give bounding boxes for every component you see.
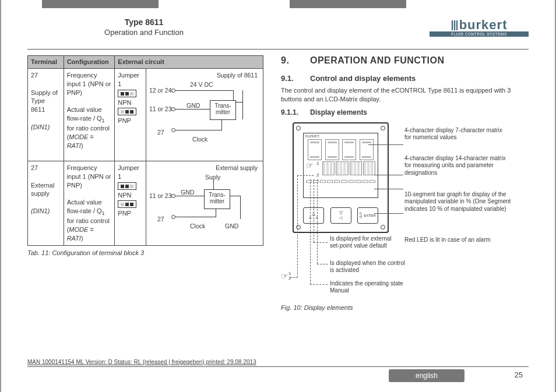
fourteen-seg-char: [336, 161, 348, 175]
chapter-name: Operation and Function: [27, 28, 261, 37]
fourteen-seg-char: [363, 161, 375, 175]
page-number: 25: [515, 370, 523, 379]
terminal-dot: [171, 89, 175, 93]
terminal-dot: [171, 128, 175, 132]
terminal-config-table: Terminal Configuration External circuit …: [27, 55, 263, 246]
jumper-cell: Jumper 1 NPN PNP: [115, 68, 146, 161]
enter-button[interactable]: OUT ENTER: [357, 207, 378, 224]
seven-seg-digit: [342, 139, 356, 160]
screw-hole-icon: [381, 126, 385, 130]
tab-marker-right: [290, 0, 406, 8]
numeric-display-row: [304, 139, 378, 160]
seven-seg-digit: [308, 139, 322, 160]
unit-display-row: ☞ 12: [304, 160, 378, 179]
terminal-dot: [171, 215, 175, 219]
circuit-diagram-external-supply: External supply Suply 11 or 23 GND Trans…: [149, 164, 260, 239]
screw-hole-icon: [296, 126, 301, 130]
down-arrow-button[interactable]: ▽ ◁: [330, 207, 351, 224]
callout-unit-display: 4-character display 14-character matrix …: [404, 155, 509, 177]
lcd-brand: burkert: [304, 133, 378, 139]
circuit-diagram-supply-8611: Supply of 8611 24 V DC 12 or 24 11 or 23…: [149, 71, 260, 158]
table-header-row: Terminal Configuration External circuit: [28, 56, 263, 69]
figure-caption: Fig. 10: Display elements: [281, 304, 529, 311]
terminal-cell: 27 Supply of Type 8611 (DIN1): [28, 68, 64, 161]
footer-metadata: MAN 1000141154 ML Version: D Status: RL …: [27, 359, 256, 365]
bargraph-row: [304, 179, 378, 183]
col-configuration: Configuration: [64, 56, 115, 69]
lcd-display: burkert ☞ 12: [303, 133, 378, 198]
left-column: Terminal Configuration External circuit …: [27, 55, 263, 363]
page-footer: MAN 1000141154 ML Version: D Status: RL …: [27, 366, 529, 382]
button-row: △ 0.....9 ▽ ◁ OUT ENTER: [303, 207, 378, 224]
table-caption: Tab. 11: Configuration of terminal block…: [27, 249, 263, 256]
jumper1-npn-icon: [118, 182, 136, 190]
callout-bargraph: 10-segment bar graph for display of the …: [404, 191, 512, 213]
section-heading: 9. OPERATION AND FUNCTION: [281, 55, 529, 66]
jumper-cell: Jumper 1 NPN PNP: [115, 161, 146, 245]
callout-external-setpoint: Is displayed for external set-point valu…: [330, 235, 400, 250]
language-tab: english: [389, 369, 464, 382]
callout-numeric-display: 4-character display 7-character matrix f…: [404, 127, 506, 142]
col-external-circuit: External circuit: [115, 56, 263, 69]
content-area: Terminal Configuration External circuit …: [27, 55, 529, 363]
configuration-cell: Frequency input 1 (NPN or PNP) Actual va…: [64, 161, 115, 245]
table-row: 27 External supply (DIN1) Frequency inpu…: [28, 161, 263, 245]
type-number: Type 8611: [27, 17, 261, 27]
seven-seg-digit: [325, 139, 339, 160]
header-title-block: Type 8611 Operation and Function: [27, 17, 261, 37]
seven-seg-digit: [360, 139, 374, 160]
logo-wordmark: |||burkert: [430, 17, 529, 33]
device-front-panel: burkert ☞ 12: [293, 122, 389, 233]
terminal-cell: 27 External supply (DIN1): [28, 161, 64, 245]
hand-indicator-legend-icon: ☞12: [281, 271, 291, 281]
screw-hole-icon: [381, 225, 385, 229]
circuit-cell: External supply Suply 11 or 23 GND Trans…: [146, 161, 263, 245]
right-column: 9. OPERATION AND FUNCTION 9.1. Control a…: [281, 55, 529, 363]
jumper1-pnp-icon: [118, 200, 136, 208]
manual-page: Type 8611 Operation and Function |||burk…: [0, 0, 556, 392]
transmitter-box: Trans-mitter: [210, 100, 236, 120]
jumper1-npn-icon: [118, 90, 136, 97]
callout-manual-state: Indicates the operating state Manual: [330, 280, 411, 295]
callout-red-led: Red LED is lit in case of an alarm: [404, 236, 506, 244]
terminal-dot: [171, 194, 175, 198]
tab-marker-left: [42, 0, 159, 8]
transmitter-box: Trans-mitter: [204, 189, 230, 209]
configuration-cell: Frequency input 1 (NPN or PNP) Actual va…: [64, 68, 115, 161]
jumper1-pnp-icon: [118, 108, 136, 115]
page-header: Type 8611 Operation and Function |||burk…: [27, 17, 529, 50]
col-terminal: Terminal: [28, 56, 64, 69]
fourteen-seg-char: [350, 161, 362, 175]
callout-control-activated: Is displayed when the control is activat…: [330, 260, 406, 274]
table-row: 27 Supply of Type 8611 (DIN1) Frequency …: [28, 68, 263, 161]
fourteen-seg-char: [322, 161, 335, 175]
burkert-logo: |||burkert FLUID CONTROL SYSTEMS: [430, 17, 529, 37]
paragraph: The control and display element of the e…: [281, 86, 529, 104]
subsection-heading: 9.1. Control and display elements: [281, 74, 529, 83]
top-tabs: [1, 0, 555, 8]
subsubsection-heading: 9.1.1. Display elements: [281, 108, 529, 116]
lines-1-2-icon: 12: [316, 161, 321, 178]
terminal-dot: [171, 107, 175, 111]
display-elements-figure: burkert ☞ 12: [281, 120, 529, 301]
circuit-cell: Supply of 8611 24 V DC 12 or 24 11 or 23…: [146, 68, 263, 161]
